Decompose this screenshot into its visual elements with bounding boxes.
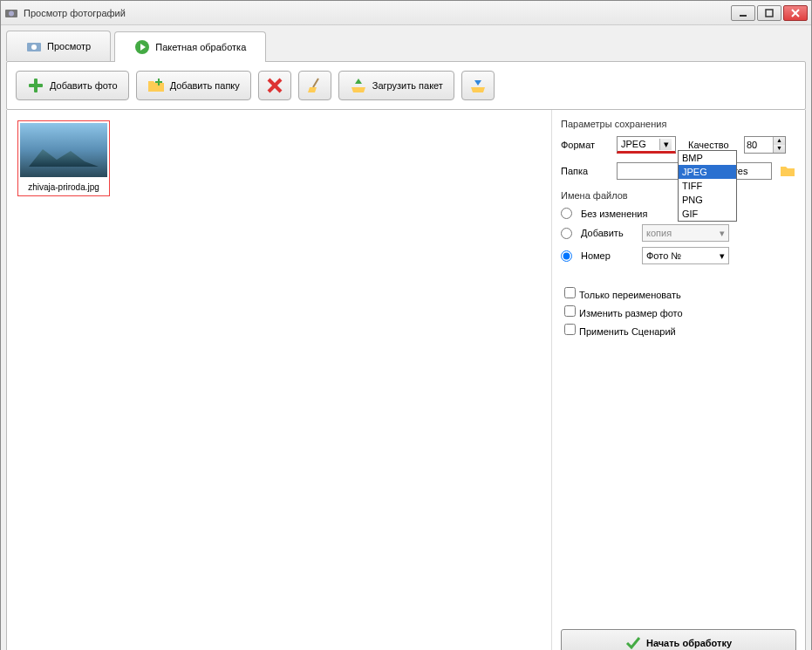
load-batch-button[interactable]: Загрузить пакет [338, 71, 454, 100]
format-option[interactable]: BMP [679, 151, 736, 165]
format-label: Формат [561, 140, 610, 150]
download-icon [469, 77, 487, 94]
folder-label: Папка [561, 166, 610, 176]
add-photo-label: Добавить фото [50, 80, 118, 91]
save-batch-button[interactable] [461, 71, 495, 100]
delete-button[interactable] [258, 71, 291, 100]
check-scenario[interactable] [564, 324, 576, 335]
radio-number[interactable] [561, 250, 572, 262]
svg-rect-13 [155, 81, 162, 83]
save-params-title: Параметры сохранения [561, 119, 796, 129]
titlebar: Просмотр фотографий [1, 1, 811, 25]
svg-line-16 [313, 79, 318, 87]
svg-marker-17 [355, 79, 362, 84]
thumbnail-list[interactable]: zhivaja-priroda.jpg [7, 110, 552, 650]
check-resize-label: Изменить размер фото [579, 308, 683, 318]
quality-input[interactable] [745, 137, 773, 153]
number-prefix-value: Фото № [646, 250, 681, 261]
thumbnail-filename: zhivaja-priroda.jpg [20, 177, 107, 194]
radio-add-label: Добавить [581, 228, 637, 238]
tab-view[interactable]: Просмотр [6, 31, 111, 61]
quality-label: Качество [688, 140, 737, 150]
format-dropdown-list[interactable]: BMP JPEG TIFF PNG GIF [678, 150, 737, 222]
spin-up[interactable]: ▲ [773, 137, 785, 145]
format-value: JPEG [621, 139, 646, 149]
check-rename-only-label: Только переименовать [579, 290, 681, 300]
add-photo-button[interactable]: Добавить фото [16, 71, 129, 100]
chevron-down-icon: ▾ [659, 139, 672, 150]
svg-marker-18 [474, 80, 481, 86]
format-option[interactable]: TIFF [679, 179, 736, 193]
quality-spinbox[interactable]: ▲▼ [744, 136, 786, 154]
svg-rect-11 [29, 84, 43, 87]
add-folder-label: Добавить папку [170, 80, 240, 91]
app-icon [4, 6, 18, 20]
toolbar: Добавить фото Добавить папку Загрузить п… [6, 61, 806, 110]
camera-icon [26, 38, 42, 54]
tab-view-label: Просмотр [47, 41, 91, 51]
tab-bar: Просмотр Пакетная обработка [1, 25, 811, 61]
broom-icon [306, 77, 324, 94]
maximize-button[interactable] [757, 5, 781, 21]
start-button-label: Начать обработку [646, 638, 732, 648]
clear-button[interactable] [298, 71, 331, 100]
delete-x-icon [266, 77, 283, 94]
radio-add[interactable] [561, 228, 572, 239]
checkmark-icon [625, 635, 641, 651]
format-option[interactable]: GIF [679, 207, 736, 221]
chevron-down-icon: ▾ [720, 228, 725, 239]
check-rename-only[interactable] [564, 287, 576, 298]
add-suffix-combo[interactable]: копия ▾ [642, 224, 729, 242]
window-title: Просмотр фотографий [24, 8, 731, 18]
save-parameters-panel: Параметры сохранения Формат JPEG ▾ Качес… [552, 110, 805, 650]
browse-folder-button[interactable] [779, 162, 796, 180]
add-folder-button[interactable]: Добавить папку [136, 71, 251, 100]
format-combo[interactable]: JPEG ▾ [617, 136, 676, 154]
radio-number-label: Номер [581, 250, 637, 261]
tab-batch[interactable]: Пакетная обработка [114, 31, 266, 62]
chevron-down-icon: ▾ [720, 250, 725, 262]
play-icon [134, 39, 150, 55]
load-batch-label: Загрузить пакет [372, 80, 443, 91]
spin-down[interactable]: ▼ [773, 145, 785, 153]
check-resize[interactable] [564, 305, 576, 317]
format-option[interactable]: PNG [679, 193, 736, 207]
tab-batch-label: Пакетная обработка [155, 42, 246, 52]
check-scenario-label: Применить Сценарий [579, 326, 676, 337]
upload-icon [350, 77, 367, 94]
svg-point-1 [9, 10, 14, 16]
radio-no-change[interactable] [561, 208, 572, 219]
format-option[interactable]: JPEG [679, 165, 736, 179]
number-prefix-combo[interactable]: Фото № ▾ [642, 247, 729, 264]
start-processing-button[interactable]: Начать обработку [561, 629, 796, 650]
plus-icon [27, 77, 44, 94]
close-button[interactable] [783, 5, 808, 21]
radio-no-change-label: Без изменения [581, 209, 647, 219]
minimize-button[interactable] [731, 5, 755, 21]
add-suffix-value: копия [646, 228, 672, 238]
folder-plus-icon [147, 77, 165, 94]
svg-point-7 [31, 44, 37, 50]
thumbnail-item[interactable]: zhivaja-priroda.jpg [17, 120, 110, 196]
svg-rect-3 [766, 10, 773, 17]
thumbnail-image [20, 123, 107, 177]
